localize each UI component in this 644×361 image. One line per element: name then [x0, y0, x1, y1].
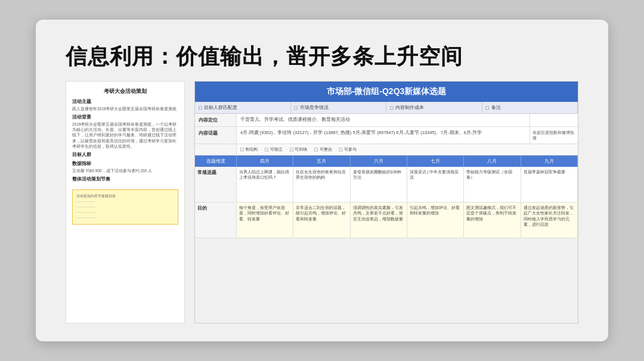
table-wrapper: 市场部-微信组-Q2Q3新媒体选题 目标人群匹配度 市场竞争情况 内容制作成本 … — [194, 81, 578, 323]
data-row-purpose: 目的 独个角度，按受用户欢迎度，同时增加好看评论、好看、转发量 非常适合二到生宿… — [195, 203, 578, 238]
info-note-0 — [530, 114, 578, 126]
cell-normal-5: 首届李嘉杯冠军争霸赛 — [521, 167, 578, 202]
checkbox-参与: 可参与 — [339, 147, 357, 153]
section-label-1: 活动背景 — [72, 114, 178, 120]
sub-header-0: 目标人群匹配度 — [195, 102, 291, 113]
info-row-1: 内容话题 4月-阿虞 (9302)，李佳琦 (32127)，开学 (13887,… — [195, 127, 578, 144]
cell-purpose-3: 引起共鸣，增加评论、好看和转发量的增加 — [407, 203, 464, 238]
sub-header-row: 目标人群匹配度 市场竞争情况 内容制作成本 备注 — [195, 102, 578, 114]
cell-normal-1: 住在女生宿舍的爸爸和住在男生宿舍的妈妈 — [293, 167, 350, 202]
month-0: 四月 — [237, 155, 293, 167]
month-1: 五月 — [293, 155, 350, 167]
info-label-1: 内容话题 — [195, 127, 237, 144]
section-text-3: 互动量 约80 800，成下活动参与者约 200 人 — [72, 168, 178, 173]
table-header: 市场部-微信组-Q2Q3新媒体选题 — [195, 82, 578, 102]
content-area: 考研大会活动策划 活动主题 跟人直播智年2019考研大会暨第五届全国考研命卷度测… — [66, 81, 578, 323]
checkbox-label — [195, 144, 237, 155]
info-label-0: 内容定位 — [195, 114, 237, 126]
info-row-0: 内容定位 千货育儿、升学考试、优质课程推介、教育相关活动 — [195, 114, 578, 127]
row-label-purpose: 目的 — [195, 203, 237, 238]
checkbox-group: 有结构 可独立 可归纳 可整合 可参与 — [237, 144, 530, 155]
cell-normal-2: 老母亲朋友圈翻娃的108种方法 — [351, 167, 407, 202]
data-row-normal: 常规选题 当男人陷过上网课，能比得上李佳琦卖口红吗？ 住在女生宿舍的爸爸和住在男… — [195, 167, 578, 203]
month-5: 九月 — [521, 155, 578, 167]
month-2: 六月 — [351, 155, 407, 167]
cell-normal-3: 深度采访 | 中年夫妻演戏实况 — [407, 167, 464, 202]
sub-header-1: 市场竞争情况 — [291, 102, 387, 113]
right-panel: 市场部-微信组-Q2Q3新媒体选题 目标人群匹配度 市场竞争情况 内容制作成本 … — [194, 81, 578, 323]
section-label-2: 目标人群 — [72, 152, 178, 158]
checkbox-row: 有结构 可独立 可归纳 可整合 可参与 — [195, 144, 578, 155]
info-value-1: 4月-阿虞 (9302)，李佳琦 (32127)，开学 (13887, 热搜) … — [237, 127, 530, 144]
month-4: 八月 — [464, 155, 521, 167]
section-text-1: 2019考研大会暨第五届全国考研命卷度测底，一个以考研为核心的大活动。长度、出量… — [72, 122, 178, 148]
cell-purpose-5: 通过发起场景的新形势，引起广大女性家长关注转发，同时植入学而思学习的元素，进行品… — [521, 203, 578, 238]
section-label-0: 活动主题 — [72, 99, 178, 105]
section-label-3: 数据指标 — [72, 161, 178, 167]
slide-title: 信息利用：价值输出，凿开多条上升空间 — [66, 43, 578, 69]
cell-purpose-0: 独个角度，按受用户欢迎度，同时增加好看评论、好看、转发量 — [237, 203, 293, 238]
sub-header-3: 备注 — [482, 102, 578, 113]
row-label-normal: 常规选题 — [195, 167, 237, 202]
cell-normal-4: 带娃能力等级测试（全国卷） — [464, 167, 521, 202]
cell-purpose-1: 非常适合二到生宿的话题，能引起共鸣，增加评论、好看和转发量 — [293, 203, 350, 238]
yellow-box: 活动策划内容节奏规划表 ··················· ········… — [72, 189, 178, 225]
checkbox-structured: 有结构 — [240, 147, 258, 153]
monthly-header: 选题维度 四月 五月 六月 七月 八月 九月 — [195, 155, 578, 167]
section-text-0: 跟人直播智年2019考研大会暨第五届全国考研命卷度测底 — [72, 106, 178, 111]
section-label-4: 整体活动策划节奏 — [72, 176, 178, 182]
cell-purpose-4: 图文测试趣模式，我们可不定是个突破点，有利于转发量的增加 — [464, 203, 521, 238]
checkbox-整合: 可整合 — [314, 147, 332, 153]
checkbox-归纳: 可归纳 — [290, 147, 307, 153]
dimension-label: 选题维度 — [195, 155, 237, 167]
left-panel-title: 考研大会活动策划 — [72, 88, 178, 95]
cell-normal-0: 当男人陷过上网课，能比得上李佳琦卖口红吗？ — [237, 167, 293, 202]
info-value-0: 千货育儿、升学考试、优质课程推介、教育相关活动 — [237, 114, 530, 126]
sub-header-2: 内容制作成本 — [386, 102, 482, 113]
info-note-1: 依据百度指数和微博热搜 — [530, 127, 578, 144]
cell-purpose-2: 强调调性的真实素颜，引发共鸣，文章若干点好看，留言互动送奖品，增加数据量 — [351, 203, 407, 238]
slide-container: 信息利用：价值输出，凿开多条上升空间 考研大会活动策划 活动主题 跟人直播智年2… — [36, 20, 608, 341]
left-panel: 考研大会活动策划 活动主题 跟人直播智年2019考研大会暨第五届全国考研命卷度测… — [66, 81, 185, 323]
checkbox-note — [530, 144, 578, 155]
month-3: 七月 — [407, 155, 464, 167]
checkbox-independent: 可独立 — [265, 147, 282, 153]
